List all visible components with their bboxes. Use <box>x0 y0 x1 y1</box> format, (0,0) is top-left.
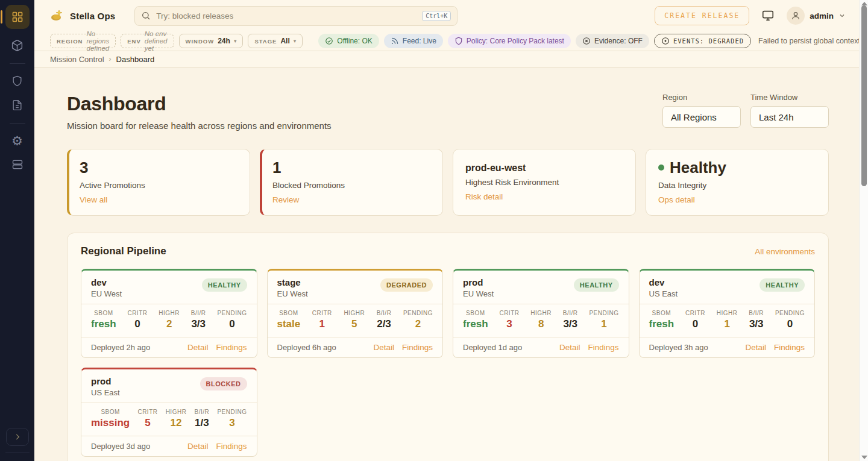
time-window-select[interactable]: Last 24h <box>750 106 829 128</box>
create-release-button[interactable]: CREATE RELEASE <box>655 6 749 25</box>
time-window-select-label: Time Window <box>750 93 829 102</box>
risk-detail-link[interactable]: Risk detail <box>465 192 623 201</box>
env-region: EU West <box>463 289 494 298</box>
user-menu[interactable]: admin <box>787 7 846 25</box>
filter-label: ENV <box>127 38 141 45</box>
metric-pending: PENDING2 <box>403 310 433 330</box>
ops-detail-link[interactable]: Ops detail <box>658 195 816 204</box>
feed-icon <box>391 37 399 45</box>
review-link[interactable]: Review <box>272 195 430 204</box>
metric-critr: CRITR3 <box>499 310 519 330</box>
deployed-time: Deployed 6h ago <box>277 343 336 352</box>
sidebar-divider <box>5 452 30 453</box>
metric-bir: B/I/R1/3 <box>195 409 210 429</box>
env-name: dev <box>649 277 678 287</box>
filter-label: REGION <box>57 38 83 45</box>
region-select[interactable]: All Regions <box>662 106 741 128</box>
scrollbar-thumb[interactable] <box>861 5 867 186</box>
metric-pending: PENDING3 <box>217 409 247 429</box>
regional-pipeline-panel: Regional Pipeline All environments dev E… <box>67 233 829 461</box>
findings-link[interactable]: Findings <box>216 343 247 352</box>
sidebar-item-documents[interactable] <box>5 93 30 116</box>
sidebar-item-dashboard[interactable] <box>5 5 30 29</box>
metric-sbom: SBOMfresh <box>649 310 675 330</box>
sidebar: ⚙ <box>0 0 34 461</box>
badge-text: EVENTS: DEGRADED <box>673 37 744 45</box>
status-badge: HEALTHY <box>574 278 619 292</box>
stat-value: Healthy <box>670 159 726 177</box>
metric-sbom: SBOMmissing <box>91 409 130 429</box>
badge-text: Feed: Live <box>403 37 436 45</box>
status-badge: DEGRADED <box>380 278 433 292</box>
region-filter-pill[interactable]: REGION No regions defined <box>50 34 116 48</box>
stat-label: Highest Risk Environment <box>465 178 623 187</box>
sidebar-item-releases[interactable] <box>5 34 30 57</box>
brand-name: Stella Ops <box>70 11 115 21</box>
sidebar-item-settings[interactable]: ⚙ <box>5 129 30 152</box>
search-input[interactable] <box>156 11 417 20</box>
badge-text: Evidence: OFF <box>594 37 643 45</box>
stat-value: prod-eu-west <box>465 163 623 174</box>
filter-value: 24h <box>218 37 230 45</box>
stat-value: 3 <box>80 159 237 177</box>
findings-link[interactable]: Findings <box>774 343 805 352</box>
deployed-time: Deployed 3d ago <box>91 442 150 451</box>
evidence-status-badge: Evidence: OFF <box>576 34 649 48</box>
findings-link[interactable]: Findings <box>402 343 433 352</box>
pipeline-card-prod-us-east: prod US East BLOCKED SBOMmissing CRITR5 … <box>81 368 257 457</box>
stat-value: 1 <box>272 159 430 177</box>
deployed-time: Deployed 1d ago <box>463 343 522 352</box>
scroll-down-arrow[interactable] <box>861 456 867 459</box>
global-search[interactable]: Ctrl+K <box>134 6 458 26</box>
breadcrumb-mission-control[interactable]: Mission Control <box>50 55 104 64</box>
findings-link[interactable]: Findings <box>216 442 247 451</box>
circle-dot-icon <box>661 37 670 45</box>
env-name: stage <box>277 277 308 287</box>
brand[interactable]: Stella Ops <box>50 9 115 22</box>
selectors: Region All Regions Time Window Last 24h <box>662 93 829 128</box>
view-all-link[interactable]: View all <box>80 195 237 204</box>
metric-critr: CRITR5 <box>137 409 157 429</box>
env-name: prod <box>463 277 494 287</box>
detail-link[interactable]: Detail <box>745 343 766 352</box>
detail-link[interactable]: Detail <box>187 343 209 352</box>
search-icon <box>141 11 151 20</box>
gear-icon: ⚙ <box>11 134 23 147</box>
content: Dashboard Mission board for release heal… <box>34 67 859 461</box>
monitor-icon[interactable] <box>761 9 775 22</box>
detail-link[interactable]: Detail <box>559 343 580 352</box>
metric-pending: PENDING1 <box>589 310 618 330</box>
window-filter-pill[interactable]: WINDOW 24h ▾ <box>179 34 244 48</box>
chevron-right-icon <box>13 433 22 441</box>
metric-highr: HIGHR12 <box>166 409 187 429</box>
stage-filter-pill[interactable]: STAGE All ▾ <box>248 34 303 48</box>
status-badge: HEALTHY <box>202 278 247 292</box>
sidebar-item-infrastructure[interactable] <box>5 153 30 176</box>
context-error-notice: Failed to persist global context prefere… <box>758 37 868 45</box>
stat-card-highest-risk: prod-eu-west Highest Risk Environment Ri… <box>453 149 636 216</box>
vertical-scrollbar[interactable] <box>859 0 868 461</box>
metric-sbom: SBOMfresh <box>463 310 488 330</box>
metric-sbom: SBOMfresh <box>91 310 116 330</box>
metric-critr: CRITR0 <box>127 310 147 330</box>
breadcrumb-current: Dashboard <box>116 55 155 64</box>
pipeline-card-prod-eu-west: prod EU West HEALTHY SBOMfresh CRITR3 HI… <box>453 269 629 358</box>
metric-bir: B/I/R3/3 <box>191 310 206 330</box>
findings-link[interactable]: Findings <box>588 343 618 352</box>
server-icon <box>11 158 24 171</box>
sidebar-item-security[interactable] <box>5 69 30 92</box>
detail-link[interactable]: Detail <box>187 442 209 451</box>
sidebar-divider <box>10 123 25 124</box>
sidebar-expand-button[interactable] <box>6 428 29 446</box>
metric-pending: PENDING0 <box>775 310 805 330</box>
badge-text: Offline: OK <box>337 37 372 45</box>
stat-card-data-integrity: Healthy Data Integrity Ops detail <box>646 149 829 216</box>
env-filter-pill[interactable]: ENV No env defined yet <box>121 34 174 48</box>
filter-label: WINDOW <box>186 38 215 45</box>
pipeline-grid: dev EU West HEALTHY SBOMfresh CRITR0 HIG… <box>81 269 815 457</box>
active-indicator <box>1 10 2 24</box>
comet-logo-icon <box>50 9 64 22</box>
env-region: US East <box>91 388 120 397</box>
detail-link[interactable]: Detail <box>373 343 394 352</box>
all-environments-link[interactable]: All environments <box>755 247 815 256</box>
